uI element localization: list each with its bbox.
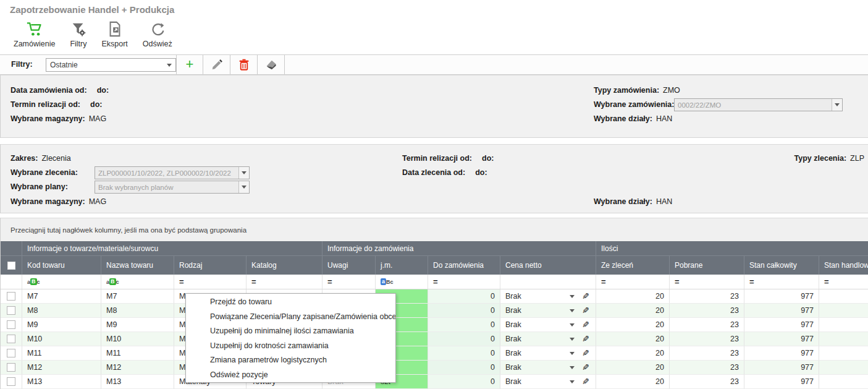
cell-cena[interactable]: Brak✎ (500, 375, 596, 389)
chevron-down-icon[interactable] (570, 323, 575, 327)
chevron-down-icon[interactable] (570, 295, 575, 298)
filter-cell-jm[interactable]: aBc (376, 275, 428, 289)
cell-nazwa[interactable]: M10 (101, 332, 174, 346)
filter-cell-cena[interactable] (500, 275, 596, 289)
cell-nazwa[interactable]: M8 (101, 304, 174, 318)
pencil-edit-icon[interactable]: ✎ (582, 377, 589, 387)
filter-cell-zezlecen[interactable]: = (596, 275, 670, 289)
cell-nazwa[interactable]: M12 (101, 361, 174, 375)
row-select-cell[interactable] (1, 346, 22, 361)
selected-plans-dropdown[interactable]: Brak wybranych planów (95, 181, 250, 194)
filter-cell-pobrane[interactable]: = (670, 275, 744, 289)
row-checkbox[interactable] (7, 349, 15, 357)
cell-pobrane[interactable]: 23 (670, 289, 744, 304)
cell-nazwa[interactable]: M11 (101, 346, 174, 361)
cell-dozam[interactable]: 0 (428, 346, 500, 361)
column-header-dozam[interactable]: Do zamówienia (428, 256, 500, 275)
column-header-uwagi[interactable]: Uwagi (322, 256, 376, 275)
pencil-edit-icon[interactable]: ✎ (582, 320, 589, 330)
row-checkbox[interactable] (7, 306, 15, 315)
row-select-cell[interactable] (1, 304, 22, 318)
cell-stancalk[interactable]: 977 (744, 361, 819, 375)
row-select-cell[interactable] (1, 361, 22, 375)
cell-nazwa[interactable]: M7 (101, 289, 174, 304)
cell-kod[interactable]: M13 (22, 375, 101, 389)
band-1[interactable]: Informacje o towarze/materiale/surowcu (22, 241, 322, 256)
filters-button[interactable]: Filtry (62, 19, 94, 50)
cell-dozam[interactable]: 0 (428, 361, 500, 375)
cell-dozam[interactable]: 0 (428, 375, 500, 389)
chevron-down-icon[interactable] (570, 338, 575, 341)
cell-stancalk[interactable]: 977 (744, 346, 819, 361)
cell-zezlecen[interactable]: 20 (596, 332, 670, 346)
row-select-cell[interactable] (1, 318, 22, 332)
column-header-stanhandl[interactable]: Stan handlowy (819, 256, 868, 275)
pencil-edit-icon[interactable]: ✎ (582, 306, 589, 315)
cell-stancalk[interactable]: 977 (744, 332, 819, 346)
band-3[interactable]: Ilości (596, 241, 868, 256)
context-menu-item-1[interactable]: Przejdź do towaru (186, 295, 395, 310)
column-header-jm[interactable]: j.m. (376, 256, 428, 275)
row-select-cell[interactable] (1, 332, 22, 346)
select-all-checkbox[interactable] (7, 262, 15, 270)
cell-cena[interactable]: Brak✎ (500, 346, 596, 361)
cell-stancalk[interactable]: 977 (744, 289, 819, 304)
cell-stanhandl[interactable] (819, 346, 868, 361)
cell-pobrane[interactable]: 23 (670, 332, 744, 346)
column-header-kod[interactable]: Kod towaru (22, 256, 101, 275)
cell-nazwa[interactable]: M9 (101, 318, 174, 332)
cell-zezlecen[interactable]: 20 (596, 361, 670, 375)
group-by-panel[interactable]: Przeciągnij tutaj nagłówek kolumny, jeśl… (1, 218, 868, 241)
column-header-pobrane[interactable]: Pobrane (670, 256, 744, 275)
cell-stanhandl[interactable] (819, 304, 868, 318)
refresh-button[interactable]: Odśwież (135, 19, 180, 50)
filter-cell-rodzaj[interactable]: = (174, 275, 246, 289)
context-menu-item-6[interactable]: Odśwież pozycje (186, 368, 395, 383)
row-checkbox[interactable] (7, 335, 15, 343)
cell-kod[interactable]: M12 (22, 361, 101, 375)
context-menu-item-4[interactable]: Uzupełnij do krotności zamawiania (186, 339, 395, 354)
cell-pobrane[interactable]: 23 (670, 304, 744, 318)
export-button[interactable]: Eksport (94, 19, 135, 50)
cell-stancalk[interactable]: 977 (744, 318, 819, 332)
cell-cena[interactable]: Brak✎ (500, 304, 596, 318)
row-select-cell[interactable] (1, 289, 22, 304)
chevron-down-icon[interactable] (570, 309, 575, 312)
cell-kod[interactable]: M7 (22, 289, 101, 304)
cell-dozam[interactable]: 0 (428, 304, 500, 318)
filter-cell-katalog[interactable]: = (246, 275, 322, 289)
cell-cena[interactable]: Brak✎ (500, 361, 596, 375)
selected-zlecenia-dropdown[interactable]: ZLP000001/10/2022, ZLP000002/10/2022 (95, 166, 250, 179)
cell-kod[interactable]: M9 (22, 318, 101, 332)
cell-stanhandl[interactable] (819, 332, 868, 346)
context-menu-item-5[interactable]: Zmiana parametrów logistycznych (186, 353, 395, 368)
band-2[interactable]: Informacje do zamówienia (322, 241, 596, 256)
pencil-edit-icon[interactable]: ✎ (582, 334, 589, 344)
cell-pobrane[interactable]: 23 (670, 318, 744, 332)
cell-zezlecen[interactable]: 20 (596, 289, 670, 304)
cell-dozam[interactable]: 0 (428, 318, 500, 332)
column-header-nazwa[interactable]: Nazwa towaru (101, 256, 174, 275)
cell-stanhandl[interactable] (819, 375, 868, 389)
delete-filter-button[interactable] (230, 55, 258, 74)
filter-preset-dropdown[interactable]: Ostatnie (46, 58, 176, 72)
filter-cell-nazwa[interactable]: aBc (101, 275, 174, 289)
column-header-zezlecen[interactable]: Ze zleceń (596, 256, 670, 275)
row-select-cell[interactable] (1, 375, 22, 389)
cell-cena[interactable]: Brak✎ (500, 332, 596, 346)
context-menu-item-3[interactable]: Uzupełnij do minimalnej ilości zamawiani… (186, 324, 395, 339)
cell-cena[interactable]: Brak✎ (500, 318, 596, 332)
chevron-down-icon[interactable] (570, 380, 575, 383)
cell-dozam[interactable]: 0 (428, 289, 500, 304)
chevron-down-icon[interactable] (570, 366, 575, 369)
order-button[interactable]: Zamówienie (6, 19, 62, 50)
row-checkbox[interactable] (7, 377, 15, 386)
context-menu-item-2[interactable]: Powiązane Zlecenia/Plany zapisane/Zamówi… (186, 310, 395, 325)
cell-cena[interactable]: Brak✎ (500, 289, 596, 304)
cell-kod[interactable]: M10 (22, 332, 101, 346)
cell-nazwa[interactable]: M13 (101, 375, 174, 389)
filter-cell-stancalk[interactable]: = (744, 275, 819, 289)
column-header-katalog[interactable]: Katalog (246, 256, 322, 275)
selected-orders-dropdown[interactable]: 0002/22/ZMO (674, 98, 843, 111)
chevron-down-icon[interactable] (570, 352, 575, 355)
